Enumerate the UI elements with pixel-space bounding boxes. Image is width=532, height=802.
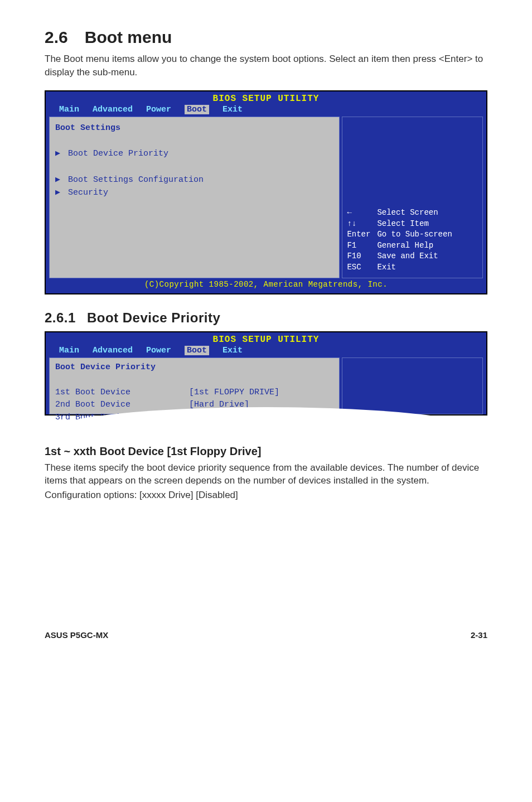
bios-panel-device-priority: BIOS SETUP UTILITY Main Advanced Power B… xyxy=(45,331,487,416)
item-config: Configuration options: [xxxxx Drive] [Di… xyxy=(45,489,487,502)
bios-help-pane xyxy=(342,357,483,414)
bios-tab-advanced[interactable]: Advanced xyxy=(93,105,133,114)
section-number: 2.6 xyxy=(45,28,68,47)
bios-item-security[interactable]: ▶ Security xyxy=(55,186,333,199)
bios-tab-boot[interactable]: Boot xyxy=(185,346,209,355)
bios-left-pane: Boot Device Priority 1st Boot Device[1st… xyxy=(49,357,340,414)
bios-copyright: (C)Copyright 1985-2002, American Megatre… xyxy=(46,278,486,291)
bios-help-pane: ←Select Screen ↑↓Select Item EnterGo to … xyxy=(342,117,483,278)
bios-panel-boot-settings: BIOS SETUP UTILITY Main Advanced Power B… xyxy=(45,90,487,294)
bios-title: BIOS SETUP UTILITY xyxy=(46,332,486,345)
bios-tabs: Main Advanced Power Boot Exit xyxy=(46,104,486,117)
bios-heading: Boot Settings xyxy=(55,122,333,134)
bios-tab-exit[interactable]: Exit xyxy=(223,346,243,355)
subsection-title-text: Boot Device Priority xyxy=(87,310,220,325)
subsection-heading: 2.6.1Boot Device Priority xyxy=(45,310,487,326)
page-footer: ASUS P5GC-MX 2-31 xyxy=(45,513,487,640)
bios-row-1st-boot[interactable]: 1st Boot Device[1st FLOPPY DRIVE] xyxy=(55,386,333,399)
footer-right: 2-31 xyxy=(471,630,487,640)
bios-tab-main[interactable]: Main xyxy=(59,105,79,114)
item-body: These items specify the boot device prio… xyxy=(45,461,487,488)
bios-tab-power[interactable]: Power xyxy=(146,346,171,355)
bios-heading: Boot Device Priority xyxy=(55,361,333,374)
section-heading: 2.6Boot menu xyxy=(45,28,487,47)
bios-tabs: Main Advanced Power Boot Exit xyxy=(46,345,486,357)
bios-tab-advanced[interactable]: Advanced xyxy=(93,346,133,355)
triangle-right-icon: ▶ xyxy=(55,147,63,160)
intro-paragraph: The Boot menu items allow you to change … xyxy=(45,52,487,79)
bios-tab-exit[interactable]: Exit xyxy=(223,105,243,114)
bios-tab-power[interactable]: Power xyxy=(146,105,171,114)
bios-item-boot-settings-config[interactable]: ▶ Boot Settings Configuration xyxy=(55,173,333,186)
triangle-right-icon: ▶ xyxy=(55,173,63,186)
bios-panel-device-priority-wrap: BIOS SETUP UTILITY Main Advanced Power B… xyxy=(45,331,487,432)
subsection-number: 2.6.1 xyxy=(45,310,76,326)
bios-tab-main[interactable]: Main xyxy=(59,346,79,355)
item-heading: 1st ~ xxth Boot Device [1st Floppy Drive… xyxy=(45,445,487,458)
bios-help-keys: ←Select Screen ↑↓Select Item EnterGo to … xyxy=(347,207,478,273)
section-title-text: Boot menu xyxy=(85,28,172,46)
bios-left-pane: Boot Settings ▶ Boot Device Priority ▶ B… xyxy=(49,117,340,278)
bios-tab-boot[interactable]: Boot xyxy=(185,105,209,114)
bios-item-boot-device-priority[interactable]: ▶ Boot Device Priority xyxy=(55,147,333,160)
triangle-right-icon: ▶ xyxy=(55,186,63,199)
bios-title: BIOS SETUP UTILITY xyxy=(46,91,486,104)
footer-left: ASUS P5GC-MX xyxy=(45,630,108,640)
